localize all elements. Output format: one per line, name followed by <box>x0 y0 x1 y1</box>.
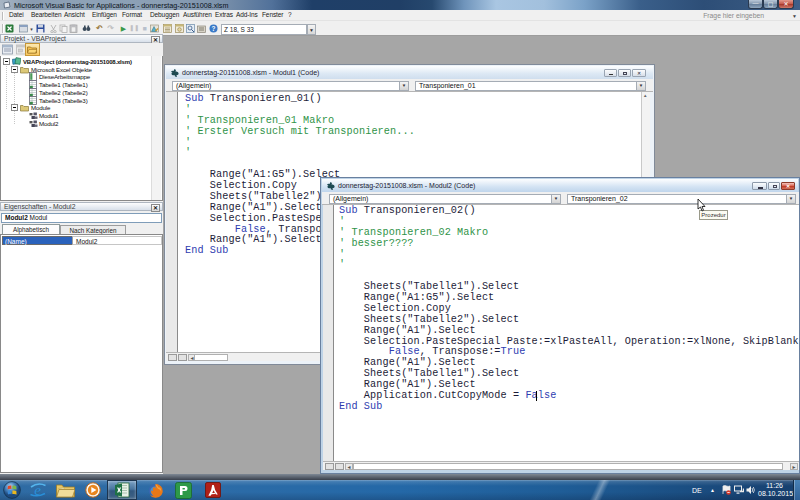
svg-text:?: ? <box>212 25 216 32</box>
